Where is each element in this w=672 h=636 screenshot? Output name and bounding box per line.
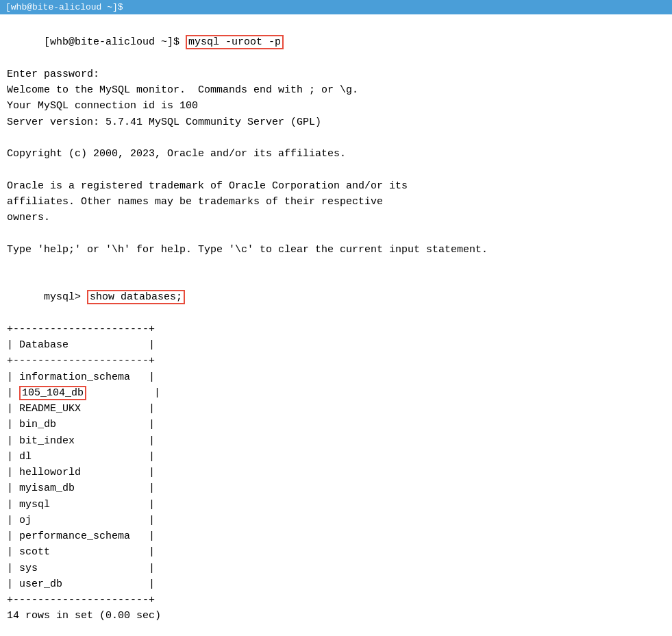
db-separator-top: +----------------------+: [7, 321, 665, 337]
welcome-line: Welcome to the MySQL monitor. Commands e…: [7, 82, 665, 98]
prompt-label: [whb@bite-alicloud ~]$: [44, 36, 186, 48]
oracle-trademark-line3: owners.: [7, 210, 665, 225]
db-row-scott: | scott |: [7, 544, 665, 560]
command1-highlight: mysql -uroot -p: [186, 35, 284, 49]
copyright-line: Copyright (c) 2000, 2023, Oracle and/or …: [7, 146, 665, 162]
connection-id-line: Your MySQL connection id is 100: [7, 98, 665, 114]
db-row-mysql: | mysql |: [7, 497, 665, 513]
help-line: Type 'help;' or '\h' for help. Type '\c'…: [7, 242, 665, 258]
first-prompt-line: [whb@bite-alicloud ~]$ mysql -uroot -p: [7, 19, 665, 66]
command1-text: mysql -uroot -p: [188, 36, 281, 48]
db-105-highlight: 105_104_db: [19, 386, 86, 400]
db-row-oj: | oj |: [7, 513, 665, 528]
db-row-105-104-db: | 105_104_db |: [7, 385, 665, 401]
enter-password-line: Enter password:: [7, 66, 665, 82]
server-version-line: Server version: 5.7.41 MySQL Community S…: [7, 114, 665, 130]
blank3: [7, 225, 665, 241]
db-header: | Database |: [7, 337, 665, 353]
db-row-helloworld: | helloworld |: [7, 465, 665, 480]
oracle-trademark-line1: Oracle is a registered trademark of Orac…: [7, 178, 665, 194]
oracle-trademark-line2: affiliates. Other names may be trademark…: [7, 194, 665, 210]
row-count-line: 14 rows in set (0.00 sec): [7, 608, 665, 624]
db-separator-bottom: +----------------------+: [7, 592, 665, 608]
blank4: [7, 258, 665, 273]
blank5: [7, 624, 665, 637]
db-row-readme-ukx: | README_UKX |: [7, 401, 665, 417]
db-row-bit-index: | bit_index |: [7, 433, 665, 449]
db-row-performance-schema: | performance_schema |: [7, 528, 665, 544]
title-bar: [whb@bite-alicloud ~]$: [0, 0, 672, 14]
show-databases-line: mysql> show databases;: [7, 273, 665, 321]
terminal-wrapper: [whb@bite-alicloud ~]$ [whb@bite-aliclou…: [0, 0, 672, 636]
db-row-bin-db: | bin_db |: [7, 417, 665, 432]
db-row-user-db: | user_db |: [7, 576, 665, 592]
title-bar-text: [whb@bite-alicloud ~]$: [5, 2, 123, 12]
mysql-prompt-1: mysql>: [44, 291, 87, 303]
command2-highlight: show databases;: [87, 290, 185, 304]
db-row-dl: | dl |: [7, 449, 665, 465]
db-table: +----------------------+ | Database | +-…: [7, 321, 665, 609]
db-row-myisam-db: | myisam_db |: [7, 480, 665, 496]
blank1: [7, 130, 665, 146]
blank2: [7, 162, 665, 178]
db-row-information-schema: | information_schema |: [7, 369, 665, 385]
db-row-sys: | sys |: [7, 561, 665, 576]
db-separator-mid: +----------------------+: [7, 353, 665, 369]
command2-text: show databases;: [90, 291, 182, 303]
terminal-body[interactable]: [whb@bite-alicloud ~]$ mysql -uroot -p E…: [0, 14, 672, 636]
